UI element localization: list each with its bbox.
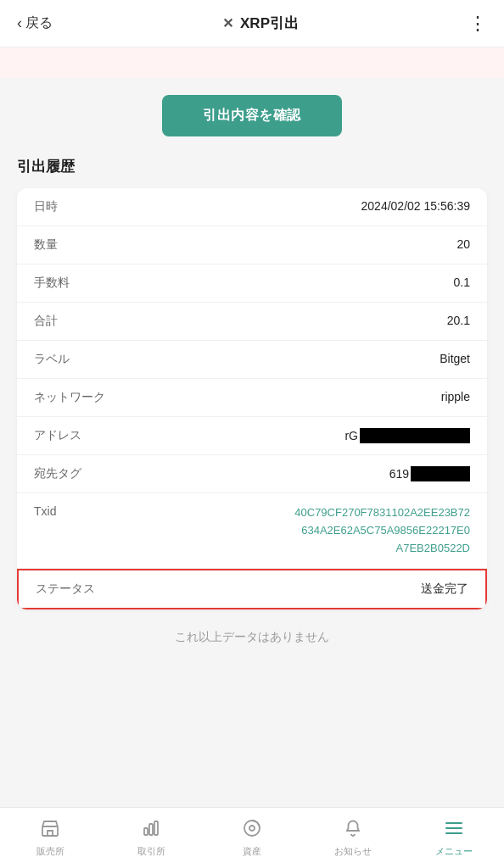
address-redacted-box <box>360 428 470 443</box>
row-label-fee: 手数料 <box>34 275 102 291</box>
header: ‹ 戻る ✕ XRP引出 ⋮ <box>0 0 504 47</box>
row-label-dest-tag: 宛先タグ <box>34 466 102 481</box>
table-row: ラベル Bitget <box>17 341 487 379</box>
bell-icon <box>343 818 363 842</box>
history-section: 引出履歴 日時 2024/02/02 15:56:39 数量 20 手数料 0.… <box>0 157 504 807</box>
more-options-button[interactable]: ⋮ <box>468 14 487 33</box>
row-value-total: 20.1 <box>447 314 470 327</box>
nav-label-exchange: 販売所 <box>36 845 64 858</box>
svg-point-5 <box>249 826 255 831</box>
row-value-status: 送金完了 <box>421 581 468 597</box>
history-card: 日時 2024/02/02 15:56:39 数量 20 手数料 0.1 合計 … <box>17 188 487 609</box>
row-label-amount: 数量 <box>34 237 102 253</box>
nav-label-menu: メニュー <box>435 845 473 858</box>
nav-label-notification: お知らせ <box>334 845 372 858</box>
svg-rect-1 <box>144 828 148 835</box>
row-value-dest-tag: 619 <box>389 466 470 481</box>
table-row: 合計 20.1 <box>17 303 487 341</box>
back-button[interactable]: ‹ 戻る <box>17 14 53 32</box>
row-value-txid: 40C79CF270F7831102A2EE23B72 634A2E62A5C7… <box>294 504 470 557</box>
row-label-status: ステータス <box>36 581 104 597</box>
table-row: 手数料 0.1 <box>17 264 487 303</box>
tag-value: 619 <box>389 466 470 481</box>
asset-icon <box>242 818 262 842</box>
svg-rect-2 <box>149 824 153 835</box>
banner-area <box>0 47 504 78</box>
row-label-date: 日時 <box>34 199 102 214</box>
row-value-label: Bitget <box>440 352 470 365</box>
history-title: 引出履歴 <box>17 157 487 176</box>
nav-item-notification[interactable]: お知らせ <box>302 811 403 858</box>
row-label-total: 合計 <box>34 314 102 329</box>
row-label-label: ラベル <box>34 352 102 367</box>
nav-item-menu[interactable]: メニュー <box>403 811 504 858</box>
table-row: 日時 2024/02/02 15:56:39 <box>17 188 487 226</box>
row-label-address: アドレス <box>34 428 102 443</box>
table-row: 数量 20 <box>17 226 487 264</box>
svg-rect-3 <box>154 821 158 835</box>
table-row: アドレス rG <box>17 417 487 455</box>
bottom-navigation: 販売所 取引所 資産 お知らせ <box>0 807 504 868</box>
row-value-network: ripple <box>441 390 470 403</box>
nav-item-exchange[interactable]: 販売所 <box>0 811 101 858</box>
row-label-txid: Txid <box>34 504 102 518</box>
x-icon: ✕ <box>222 15 233 31</box>
confirm-button[interactable]: 引出内容を確認 <box>162 95 342 136</box>
status-row: ステータス 送金完了 <box>17 569 487 609</box>
table-row: Txid 40C79CF270F7831102A2EE23B72 634A2E6… <box>17 493 487 569</box>
page-title: ✕ XRP引出 <box>222 14 299 33</box>
no-more-label: これ以上データはありません <box>17 609 487 662</box>
table-row: 宛先タグ 619 <box>17 455 487 493</box>
row-value-address: rG <box>344 428 470 443</box>
nav-item-trading[interactable]: 取引所 <box>101 811 202 858</box>
back-chevron-icon: ‹ <box>17 14 22 32</box>
row-value-fee: 0.1 <box>454 275 470 289</box>
tag-redacted-box <box>411 466 470 481</box>
chart-icon <box>141 818 161 842</box>
menu-icon <box>444 818 464 842</box>
nav-label-trading: 取引所 <box>137 845 165 858</box>
back-label: 戻る <box>25 14 53 32</box>
row-value-amount: 20 <box>456 237 470 251</box>
address-value: rG <box>344 428 470 443</box>
row-label-network: ネットワーク <box>34 390 105 405</box>
store-icon <box>40 818 60 842</box>
title-text: XRP引出 <box>240 14 299 33</box>
confirm-section: 引出内容を確認 <box>0 78 504 157</box>
nav-label-asset: 資産 <box>243 845 261 858</box>
row-value-date: 2024/02/02 15:56:39 <box>361 199 470 213</box>
table-row: ネットワーク ripple <box>17 379 487 417</box>
nav-item-asset[interactable]: 資産 <box>202 811 303 858</box>
